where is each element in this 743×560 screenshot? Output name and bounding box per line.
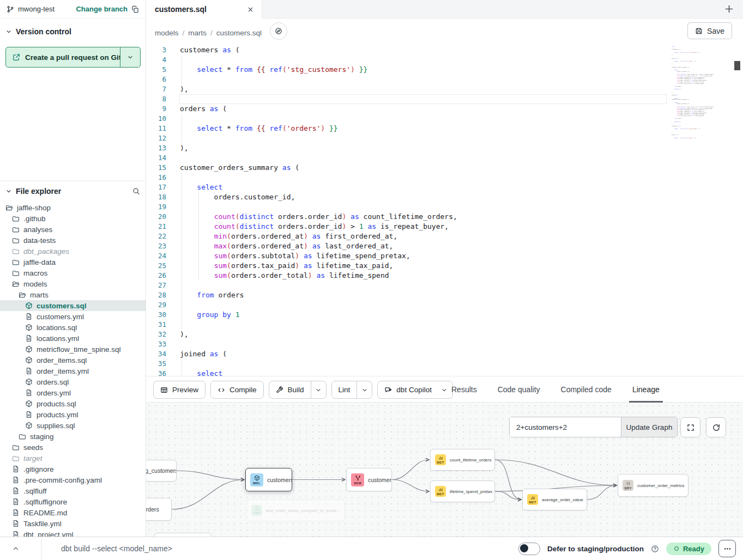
- editor-toolbar: Preview Compile Build Lint dbt Co: [146, 376, 743, 403]
- test-clipboard-icon: TST: [251, 505, 262, 516]
- breadcrumb-file[interactable]: customers.sql: [216, 29, 262, 37]
- tree-item-seeds[interactable]: seeds: [0, 442, 146, 453]
- current-line-highlight: [179, 94, 667, 104]
- compass-icon: [275, 27, 282, 35]
- lineage-node-customers-mdl[interactable]: MDLcustomers: [245, 468, 292, 491]
- tree-item-supplies-sql[interactable]: supplies.sql: [0, 420, 146, 431]
- scrollbar-thumb[interactable]: [734, 61, 740, 70]
- create-pull-request-button[interactable]: Create a pull request on Git...: [5, 47, 141, 68]
- search-icon[interactable]: [132, 187, 140, 195]
- tree-item-marts[interactable]: marts: [0, 289, 146, 300]
- file-icon: [12, 465, 20, 473]
- collapse-command-bar-button[interactable]: [0, 537, 41, 560]
- tree-item--gitignore[interactable]: .gitignore: [0, 464, 146, 474]
- update-graph-button[interactable]: Update Graph: [621, 417, 677, 437]
- file-explorer-header[interactable]: File explorer: [0, 181, 146, 196]
- tree-item-products-sql[interactable]: products.sql: [0, 398, 146, 409]
- tree-item-macros[interactable]: macros: [0, 267, 146, 278]
- tree-item-jaffle-shop[interactable]: jaffle-shop: [0, 202, 146, 213]
- branch-name: mwong-test: [18, 5, 55, 13]
- tree-item-products-yml[interactable]: products.yml: [0, 409, 146, 420]
- lint-dropdown-toggle[interactable]: [357, 381, 372, 398]
- tree-item-customers-yml[interactable]: customers.yml: [0, 311, 146, 322]
- tab-compiled-code[interactable]: Compiled code: [561, 376, 612, 403]
- file-icon: [12, 520, 20, 527]
- model-icon: [25, 324, 33, 331]
- tree-item--github[interactable]: .github: [0, 213, 146, 224]
- close-icon[interactable]: [247, 6, 254, 13]
- lineage-node-lifetime-spend-pretax[interactable]: METlifetime_spend_pretax: [430, 480, 495, 502]
- file-explorer-title: File explorer: [16, 187, 61, 196]
- save-button[interactable]: Save: [687, 22, 732, 39]
- lineage-node-count-lifetime-orders[interactable]: METcount_lifetime_orders: [430, 449, 495, 471]
- tree-item-locations-yml[interactable]: locations.yml: [0, 333, 146, 344]
- change-branch-link[interactable]: Change branch: [76, 5, 128, 13]
- version-control-header[interactable]: Version control: [0, 26, 146, 38]
- minimap[interactable]: with​customers as (​ select * from {{ re…: [672, 46, 733, 373]
- compass-button[interactable]: [270, 22, 287, 40]
- pr-dropdown-toggle[interactable]: [120, 47, 140, 67]
- tree-item-jaffle-data[interactable]: jaffle-data: [0, 257, 146, 267]
- lint-button[interactable]: Lint: [331, 381, 373, 399]
- copy-icon[interactable]: [131, 5, 139, 13]
- dbt-copilot-button[interactable]: dbt Copilot: [377, 381, 453, 399]
- tree-item--sqlfluffignore[interactable]: .sqlfluffignore: [0, 496, 146, 507]
- refresh-button[interactable]: [706, 417, 726, 437]
- more-options-button[interactable]: [718, 540, 736, 557]
- new-tab-button[interactable]: [724, 4, 734, 14]
- circle-icon: [673, 545, 680, 552]
- tree-item-data-tests[interactable]: data-tests: [0, 235, 146, 246]
- tree-item-staging[interactable]: staging: [0, 431, 146, 442]
- tree-item-analyses[interactable]: analyses: [0, 224, 146, 235]
- copilot-dropdown-toggle[interactable]: [438, 381, 452, 398]
- code-content[interactable]: with​customers as (​ select * from {{ re…: [180, 44, 457, 376]
- tab-results[interactable]: Results: [451, 376, 477, 403]
- tree-item--pre-commit-config-yaml[interactable]: .pre-commit-config.yaml: [0, 474, 146, 485]
- tab-code-quality[interactable]: Code quality: [498, 376, 540, 403]
- lineage-node-customer-order-metrics[interactable]: QRYcustomer_order_metrics: [618, 474, 688, 497]
- lineage-node-label: stg_customers: [146, 467, 177, 474]
- tree-item-readme-md[interactable]: README.md: [0, 507, 146, 518]
- tree-item-locations-sql[interactable]: locations.sql: [0, 322, 146, 333]
- help-icon[interactable]: [651, 545, 659, 553]
- tab-customers-sql[interactable]: customers.sql: [146, 0, 262, 19]
- tree-item-taskfile-yml[interactable]: Taskfile.yml: [0, 518, 146, 529]
- tree-item-metricflow-time-spine-sql[interactable]: metricflow_time_spine.sql: [0, 344, 146, 355]
- breadcrumb-models[interactable]: models: [155, 29, 179, 37]
- lineage-node-stg-customers[interactable]: MDLstg_customers: [146, 460, 177, 482]
- tree-item-orders-yml[interactable]: orders.yml: [0, 387, 146, 398]
- lineage-node-label: lifetime_spend_pretax: [450, 489, 492, 494]
- lineage-node-label: customers: [267, 477, 292, 483]
- model-icon: [25, 422, 33, 429]
- lineage-node-orders[interactable]: MDLorders: [146, 498, 172, 521]
- tree-item--sqlfluff[interactable]: .sqlfluff: [0, 485, 146, 496]
- tree-item-order-items-sql[interactable]: order_items.sql: [0, 355, 146, 366]
- editor-scrollbar[interactable]: [734, 44, 740, 376]
- preview-button[interactable]: Preview: [153, 381, 206, 399]
- tree-item-label: order_items.sql: [37, 356, 87, 364]
- build-dropdown-toggle[interactable]: [311, 381, 326, 398]
- tree-item-order-items-yml[interactable]: order_items.yml: [0, 366, 146, 376]
- build-button[interactable]: Build: [269, 381, 327, 399]
- compile-button[interactable]: Compile: [210, 381, 264, 399]
- lineage-selector-input[interactable]: [510, 417, 621, 437]
- tree-item-orders-sql[interactable]: orders.sql: [0, 376, 146, 387]
- fullscreen-button[interactable]: [680, 417, 700, 437]
- tree-item-models[interactable]: models: [0, 278, 146, 289]
- breadcrumb-marts[interactable]: marts: [188, 29, 207, 37]
- lineage-graph[interactable]: MDLstg_customersMDLordersMDLcustomersTST…: [146, 403, 743, 537]
- lineage-node-customers-sem[interactable]: SEMcustomers: [346, 468, 392, 491]
- tree-item-dbt-project-yml[interactable]: dbt_project.yml: [0, 529, 146, 537]
- lineage-node-average-order-value[interactable]: METaverage_order_value: [522, 489, 587, 510]
- code-editor[interactable]: 1234567891011121314151617181920212223242…: [146, 44, 743, 376]
- lineage-node-partial-node[interactable]: [154, 533, 212, 537]
- lineage-selector-group: Update Graph: [509, 417, 678, 437]
- tree-item-dbt-packages[interactable]: dbt_packages: [0, 246, 146, 257]
- semantic-flow-icon: SEM: [351, 473, 364, 486]
- defer-toggle[interactable]: [518, 543, 540, 555]
- tree-item-customers-sql[interactable]: customers.sql: [0, 300, 146, 311]
- tree-item-target[interactable]: target: [0, 453, 146, 464]
- tab-lineage[interactable]: Lineage: [632, 376, 660, 403]
- command-input[interactable]: dbt build --select <model_name>: [61, 544, 172, 553]
- lineage-node-test-order-items[interactable]: TSTtest_order_items_compute_to_bools...: [246, 500, 345, 521]
